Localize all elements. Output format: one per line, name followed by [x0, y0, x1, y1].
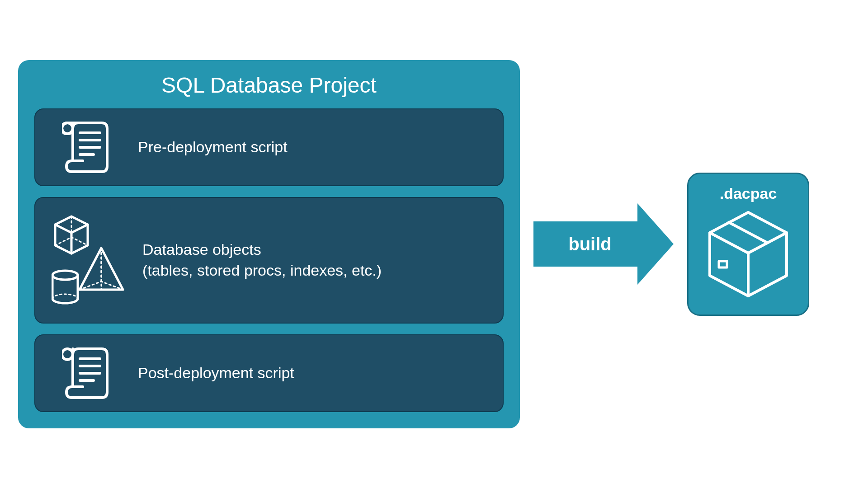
svg-rect-11 — [719, 261, 727, 267]
svg-point-5 — [52, 271, 78, 280]
script-icon — [52, 346, 122, 400]
post-deployment-label: Post-deployment script — [138, 363, 294, 384]
build-arrow: build — [533, 221, 674, 267]
dacpac-output: .dacpac — [687, 173, 809, 316]
pre-deployment-section: Pre-deployment script — [34, 108, 504, 186]
post-deployment-section: Post-deployment script — [34, 334, 504, 412]
objects-line1: Database objects — [142, 239, 382, 260]
svg-point-0 — [62, 123, 73, 134]
pre-deployment-label: Pre-deployment script — [138, 137, 288, 158]
script-icon — [52, 120, 122, 174]
package-icon — [705, 208, 791, 298]
project-container: SQL Database Project Pre-deplo — [18, 60, 520, 428]
shapes-icon — [52, 213, 126, 308]
objects-line2: (tables, stored procs, indexes, etc.) — [142, 260, 382, 281]
svg-point-6 — [62, 349, 73, 360]
project-title: SQL Database Project — [34, 73, 504, 98]
arrow-label: build — [533, 221, 637, 267]
database-objects-label: Database objects (tables, stored procs, … — [142, 239, 382, 281]
sql-project-diagram: SQL Database Project Pre-deplo — [18, 60, 850, 428]
dacpac-label: .dacpac — [703, 185, 793, 202]
database-objects-section: Database objects (tables, stored procs, … — [34, 197, 504, 324]
arrow-head-icon — [637, 203, 674, 285]
